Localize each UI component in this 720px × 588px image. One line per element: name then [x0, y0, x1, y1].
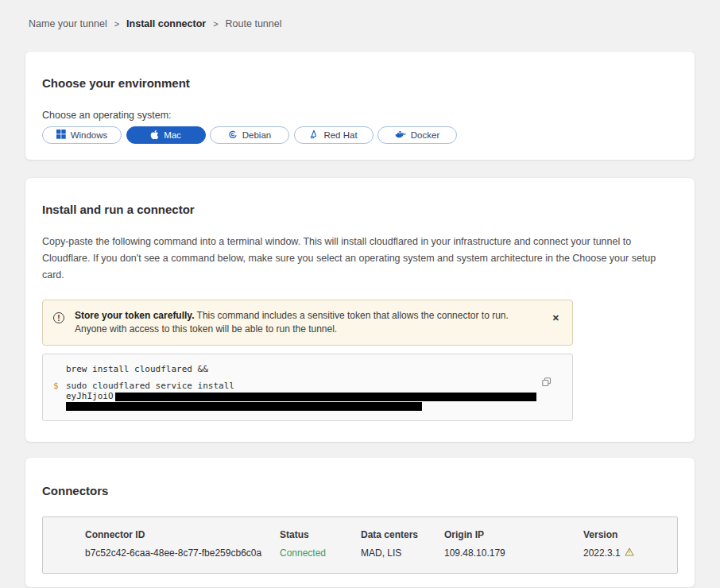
red-hat-icon [309, 130, 319, 141]
os-button-redhat[interactable]: Red Hat [294, 126, 374, 144]
col-header-version: Version [583, 529, 677, 540]
os-button-label: Windows [71, 130, 108, 140]
os-button-mac[interactable]: Mac [126, 126, 206, 144]
col-header-status: Status [280, 529, 361, 540]
os-button-debian[interactable]: Debian [210, 126, 289, 144]
breadcrumb-separator: > [213, 19, 218, 29]
connector-id-value: b7c52c42-6caa-48ee-8c77-fbe259cb6c0a [85, 547, 280, 559]
apple-logo-icon [150, 130, 159, 141]
version-value: 2022.3.1 [583, 547, 677, 559]
choose-environment-card: Choose your environment Choose an operat… [25, 52, 695, 160]
debian-swirl-icon [228, 130, 238, 141]
token-warning-banner: ! Store your token carefully. This comma… [42, 300, 573, 346]
breadcrumb-route-tunnel[interactable]: Route tunnel [226, 18, 282, 29]
version-number: 2022.3.1 [583, 547, 621, 559]
install-command-block: brew install cloudflared && $sudo cloudf… [42, 354, 573, 421]
col-header-connector-id: Connector ID [85, 529, 280, 540]
col-header-data-centers: Data centers [361, 529, 444, 540]
connectors-card: Connectors Connector ID Status Data cent… [25, 458, 695, 587]
copy-icon[interactable] [542, 377, 552, 389]
command-line-2: $sudo cloudflared service install [43, 381, 572, 391]
command-line-2-text: sudo cloudflared service install [66, 381, 234, 391]
command-line-1: brew install cloudflared && [43, 364, 572, 374]
data-centers-value: MAD, LIS [361, 547, 444, 559]
os-button-label: Red Hat [323, 130, 357, 140]
os-button-group: Windows Mac Debian Red Hat Docker [42, 126, 678, 144]
breadcrumb-install-connector[interactable]: Install connector [126, 18, 206, 29]
install-card-title: Install and run a connector [42, 203, 678, 216]
col-header-origin-ip: Origin IP [444, 529, 583, 540]
os-select-label: Choose an operating system: [42, 110, 678, 121]
os-button-windows[interactable]: Windows [42, 126, 122, 144]
os-button-label: Mac [164, 130, 181, 140]
breadcrumb-name-your-tunnel[interactable]: Name your tunnel [29, 18, 107, 29]
status-badge: Connected [280, 547, 361, 559]
warning-message: Store your token carefully. This command… [75, 309, 525, 336]
install-description: Copy-paste the following command into a … [42, 234, 678, 284]
windows-logo-icon [56, 130, 66, 141]
command-token-line: eyJhIjoiO [43, 391, 572, 401]
origin-ip-value: 109.48.10.179 [444, 547, 583, 559]
connectors-card-title: Connectors [42, 484, 678, 497]
breadcrumb-separator: > [114, 19, 119, 29]
os-button-docker[interactable]: Docker [377, 126, 457, 144]
environment-card-title: Choose your environment [42, 76, 678, 90]
connectors-table: Connector ID Status Data centers Origin … [42, 516, 678, 574]
alert-circle-icon: ! [53, 312, 64, 323]
close-icon[interactable]: ✕ [552, 314, 559, 323]
docker-whale-icon [395, 130, 406, 141]
warning-bold: Store your token carefully. [75, 310, 195, 321]
os-button-label: Docker [411, 130, 439, 140]
redacted-token-bar [115, 393, 536, 401]
install-connector-card: Install and run a connector Copy-paste t… [25, 178, 695, 442]
redacted-token-bar [66, 402, 422, 411]
shell-prompt: $ [53, 381, 59, 391]
breadcrumb: Name your tunnel > Install connector > R… [0, 0, 720, 29]
token-prefix: eyJhIjoiO [66, 391, 114, 401]
version-warning-icon [625, 547, 634, 559]
os-button-label: Debian [242, 130, 271, 140]
